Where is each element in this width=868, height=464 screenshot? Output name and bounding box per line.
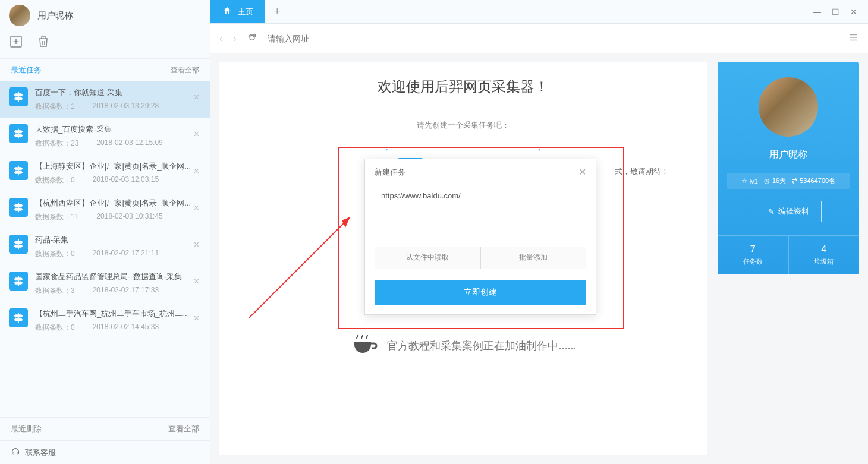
pencil-icon: ✎: [768, 207, 775, 216]
home-icon: [222, 6, 232, 17]
task-count: 数据条数：0: [35, 249, 75, 259]
task-time: 2018-02-02 17:17:33: [93, 286, 159, 296]
dialog-close-icon[interactable]: ✕: [578, 166, 586, 178]
url-textarea[interactable]: [375, 185, 586, 244]
headset-icon: [11, 447, 20, 458]
welcome-title: 欢迎使用后羿网页采集器！: [234, 77, 692, 96]
task-count: 数据条数：3: [35, 286, 75, 296]
dialog-header: 新建任务 ✕: [365, 159, 596, 185]
task-item[interactable]: 药品-采集数据条数：02018-02-02 17:21:11×: [0, 229, 210, 266]
footer-message: 官方教程和采集案例正在加油制作中......: [234, 333, 692, 359]
nav-back-icon[interactable]: ‹: [219, 33, 222, 44]
task-time: 2018-02-03 12:03:15: [93, 175, 159, 185]
signpost-icon: [9, 272, 28, 291]
task-item[interactable]: 国家食品药品监督管理总局--数据查询-采集数据条数：32018-02-02 17…: [0, 266, 210, 302]
batch-add-button[interactable]: 批量添加: [481, 247, 586, 269]
task-count: 数据条数：11: [35, 212, 78, 222]
maximize-button[interactable]: ☐: [832, 7, 839, 17]
task-item[interactable]: 【杭州二手汽车网_杭州二手车市场_杭州二...数据条数：02018-02-02 …: [0, 302, 210, 339]
stat-trash[interactable]: 4 垃圾箱: [789, 236, 860, 274]
minimize-button[interactable]: —: [813, 7, 821, 17]
signpost-icon: [9, 124, 28, 143]
level-tag: ☆ lv1: [741, 176, 758, 185]
view-all-delete-link[interactable]: 查看全部: [168, 424, 199, 434]
sidebar-username: 用户昵称: [37, 10, 73, 21]
hamburger-icon[interactable]: [848, 32, 859, 45]
recent-delete-header: 最近删除 查看全部: [0, 418, 210, 440]
close-window-button[interactable]: ✕: [850, 7, 857, 17]
stat-trash-label: 垃圾箱: [789, 257, 860, 266]
task-time: 2018-02-02 17:21:11: [93, 249, 159, 259]
contact-support[interactable]: 联系客服: [0, 440, 210, 464]
rank-tag: ⇄ 53464700名: [792, 176, 835, 185]
tab-add[interactable]: +: [265, 0, 290, 23]
task-close-icon[interactable]: ×: [194, 166, 199, 176]
days-tag: ◷ 16天: [764, 176, 786, 185]
nav-forward-icon[interactable]: ›: [233, 33, 236, 44]
welcome-subtitle: 请先创建一个采集任务吧：: [234, 120, 692, 131]
new-task-dialog: 新建任务 ✕ 从文件中读取 批量添加 立即创建: [364, 159, 596, 315]
task-title: 大数据_百度搜索-采集: [35, 124, 201, 135]
read-from-file-button[interactable]: 从文件中读取: [375, 247, 481, 269]
window-controls: — ☐ ✕: [813, 0, 868, 23]
profile-tags: ☆ lv1 ◷ 16天 ⇄ 53464700名: [727, 173, 850, 189]
task-close-icon[interactable]: ×: [194, 239, 199, 250]
trash-icon[interactable]: [36, 34, 51, 51]
svg-line-1: [249, 217, 350, 318]
task-list: 百度一下，你就知道-采集数据条数：12018-02-03 13:29:28×大数…: [0, 81, 210, 417]
tab-home[interactable]: 主页: [210, 0, 265, 23]
reload-icon[interactable]: [247, 33, 257, 45]
task-close-icon[interactable]: ×: [194, 129, 199, 140]
coffee-icon: [350, 333, 378, 359]
footer-text: 官方教程和采集案例正在加油制作中......: [387, 339, 576, 353]
signpost-icon: [9, 161, 28, 180]
task-time: 2018-02-02 14:45:33: [93, 323, 159, 333]
avatar-small[interactable]: [9, 5, 30, 26]
sidebar: 用户昵称 最近任务 查看全部 百度一下，你就知道-采集数据条数：12018-02…: [0, 0, 210, 464]
task-item[interactable]: 百度一下，你就知道-采集数据条数：12018-02-03 13:29:28×: [0, 81, 210, 118]
task-item[interactable]: 大数据_百度搜索-采集数据条数：232018-02-03 12:15:09×: [0, 118, 210, 155]
dialog-options: 从文件中读取 批量添加: [375, 247, 586, 269]
recent-tasks-header: 最近任务 查看全部: [0, 58, 210, 81]
tab-bar: 主页 + — ☐ ✕: [210, 0, 868, 24]
edit-profile-button[interactable]: ✎ 编辑资料: [756, 201, 822, 222]
avatar-large[interactable]: [759, 77, 818, 137]
task-count: 数据条数：1: [35, 102, 75, 112]
sidebar-footer: 最近删除 查看全部 联系客服: [0, 417, 210, 464]
task-time: 2018-02-03 13:29:28: [93, 102, 159, 112]
task-close-icon[interactable]: ×: [194, 203, 199, 213]
task-item[interactable]: 【杭州西湖区】企业|厂家|黄页|名录_顺企网...数据条数：112018-02-…: [0, 192, 210, 229]
task-title: 国家食品药品监督管理总局--数据查询-采集: [35, 272, 201, 282]
task-close-icon[interactable]: ×: [194, 276, 199, 287]
tab-home-label: 主页: [238, 7, 253, 17]
task-time: 2018-02-03 10:31:45: [96, 212, 162, 222]
sidebar-header: 用户昵称: [0, 0, 210, 31]
task-title: 【上海静安区】企业|厂家|黄页|名录_顺企网...: [35, 161, 201, 172]
view-all-link[interactable]: 查看全部: [171, 65, 199, 75]
edit-profile-label: 编辑资料: [778, 206, 809, 217]
task-title: 百度一下，你就知道-采集: [35, 87, 201, 98]
dialog-title: 新建任务: [375, 167, 405, 178]
sidebar-actions: [0, 31, 210, 58]
new-task-icon[interactable]: [9, 34, 23, 51]
signpost-icon: [9, 308, 28, 327]
task-title: 【杭州西湖区】企业|厂家|黄页|名录_顺企网...: [35, 198, 201, 209]
url-input[interactable]: [268, 34, 838, 43]
signpost-icon: [9, 198, 28, 217]
stat-tasks[interactable]: 7 任务数: [718, 236, 789, 274]
recent-delete-title: 最近删除: [11, 424, 42, 434]
task-item[interactable]: 【上海静安区】企业|厂家|黄页|名录_顺企网...数据条数：02018-02-0…: [0, 155, 210, 192]
stat-trash-num: 4: [789, 244, 860, 255]
stat-tasks-num: 7: [718, 244, 788, 255]
task-close-icon[interactable]: ×: [194, 92, 199, 103]
url-bar: ‹ ›: [210, 24, 868, 53]
recent-tasks-title: 最近任务: [11, 65, 42, 75]
signpost-icon: [9, 87, 28, 106]
task-count: 数据条数：23: [35, 138, 78, 149]
task-title: 药品-采集: [35, 235, 201, 245]
task-close-icon[interactable]: ×: [194, 313, 199, 324]
create-now-button[interactable]: 立即创建: [375, 280, 586, 305]
profile-panel: 用户昵称 ☆ lv1 ◷ 16天 ⇄ 53464700名 ✎ 编辑资料 7 任务…: [718, 62, 859, 274]
task-title: 【杭州二手汽车网_杭州二手车市场_杭州二...: [35, 308, 201, 319]
dialog-body: 从文件中读取 批量添加 立即创建: [365, 185, 596, 314]
